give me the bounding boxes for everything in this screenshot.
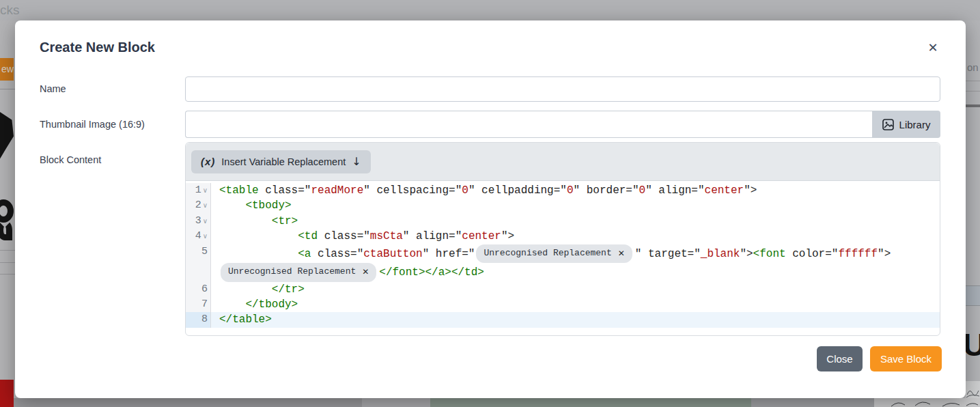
arrow-down-icon: ↓ [352,155,361,168]
code-token: " href=" [423,248,475,260]
code-token [219,199,245,212]
line-number-gutter: 1∨ [186,183,211,198]
backdrop-divider [0,262,15,263]
block-content-label: Block Content [40,154,101,165]
variable-icon: (x) [201,156,215,167]
image-icon [882,119,894,130]
code-token: <font [753,248,786,260]
fold-chevron-icon[interactable]: ∨ [203,214,208,229]
pill-remove-icon[interactable]: ✕ [618,245,625,262]
fold-chevron-icon[interactable]: ∨ [203,229,208,244]
thumbnail-input[interactable] [185,111,872,138]
backdrop-thumbnail-fragment [0,380,14,407]
code-token: " cellspacing=" [363,184,462,197]
backdrop-thumbnail-fragment [751,398,874,407]
code-line[interactable]: 8</table> [186,312,940,327]
variable-replacement-pill[interactable]: Unrecognised Replacement✕ [221,263,376,282]
code-token: class=" [318,230,370,242]
backdrop-divider [0,274,15,275]
thumbnail-label: Thumbnail Image (16:9) [40,119,145,130]
code-line[interactable]: 7 </tbody> [186,297,940,312]
code-token: "> [744,184,757,197]
line-number-gutter: 3∨ [186,214,211,229]
code-line[interactable]: 4∨ <td class="msCta" align="center"> [186,229,940,244]
code-token: "> [740,248,753,260]
code-line[interactable]: 5 <a class="ctaButton" href="Unrecognise… [186,244,940,282]
backdrop-sketch [966,381,980,398]
line-number: 4 [195,229,201,244]
code-text-row: </tr> [219,282,940,297]
code-text-row: <tbody> [219,198,940,213]
code-text-row: </table> [219,312,940,327]
name-label: Name [40,83,66,94]
insert-variable-label: Insert Variable Replacement [221,156,346,167]
fold-chevron-icon[interactable]: ∨ [203,183,208,198]
line-number-gutter: 8 [186,312,211,327]
code-token: <tr> [272,215,298,227]
backdrop-divider [0,250,15,251]
backdrop-thumbnail-fragment [362,398,430,407]
code-line[interactable]: 6 </tr> [186,282,940,297]
screen: cks ew on US Create New Block ✕ Name Thu… [0,0,980,407]
code-token: "> [878,248,891,260]
code-content[interactable]: </tbody> [211,297,940,312]
code-token [219,248,298,260]
pill-remove-icon[interactable]: ✕ [362,264,369,281]
line-number: 2 [195,198,201,213]
name-input[interactable] [185,76,940,102]
close-icon[interactable]: ✕ [923,38,942,57]
variable-replacement-pill[interactable]: Unrecognised Replacement✕ [476,244,632,264]
line-number-gutter: 6 [186,282,211,297]
backdrop-divider [966,81,980,81]
line-number: 1 [195,183,201,198]
code-token: <a [298,248,311,260]
code-line[interactable]: 2∨ <tbody> [186,198,940,213]
save-block-button[interactable]: Save Block [870,346,942,371]
line-number-gutter: 5 [186,244,211,282]
pill-label: Unrecognised Replacement [484,245,611,262]
line-number: 3 [195,214,201,229]
code-token: center [462,230,501,242]
code-token: 0 [567,184,574,197]
code-token [219,230,298,242]
library-button[interactable]: Library [872,111,940,138]
code-token [219,283,272,296]
insert-variable-replacement-button[interactable]: (x) Insert Variable Replacement ↓ [191,150,371,173]
code-content[interactable]: <tr> [211,214,940,229]
code-token [219,298,245,311]
library-button-label: Library [899,119,931,130]
code-token: </tbody> [245,298,298,311]
code-line[interactable]: 3∨ <tr> [186,214,940,229]
backdrop-logo-shape [0,220,12,240]
code-content[interactable]: <td class="msCta" align="center"> [211,229,940,244]
code-token: 0 [462,184,468,197]
block-content-editor: (x) Insert Variable Replacement ↓ 1∨<tab… [185,142,940,336]
backdrop-create-button-fragment: ew [0,58,14,81]
code-content[interactable]: </tr> [211,282,940,297]
create-new-block-dialog: Create New Block ✕ Name Thumbnail Image … [15,20,966,398]
code-content[interactable]: <tbody> [211,198,940,213]
dialog-title: Create New Block [40,40,155,55]
code-lines[interactable]: 1∨<table class="readMore" cellspacing="0… [186,181,940,335]
code-token: msCta [370,230,403,242]
code-token: ffffff [838,248,878,260]
code-token: "> [501,230,514,242]
code-content[interactable]: </table> [211,312,940,327]
code-content[interactable]: <table class="readMore" cellspacing="0" … [211,183,940,198]
code-token: color=" [786,248,839,260]
code-line[interactable]: 1∨<table class="readMore" cellspacing="0… [186,183,940,198]
code-token: center [705,184,744,197]
backdrop-divider [966,91,980,92]
backdrop-thumbnail-fragment [430,398,751,407]
code-text-row: </tbody> [219,297,940,312]
pill-label: Unrecognised Replacement [228,264,356,281]
code-text-row: <a class="ctaButton" href="Unrecognised … [219,244,940,264]
backdrop-thumbnail-fragment [966,285,980,306]
code-token: class=" [311,248,363,260]
close-button[interactable]: Close [817,346,863,371]
fold-chevron-icon[interactable]: ∨ [203,198,208,213]
code-token: </table> [219,313,272,326]
code-content[interactable]: <a class="ctaButton" href="Unrecognised … [211,244,940,282]
line-number: 8 [201,312,208,327]
code-token: 0 [639,184,646,197]
